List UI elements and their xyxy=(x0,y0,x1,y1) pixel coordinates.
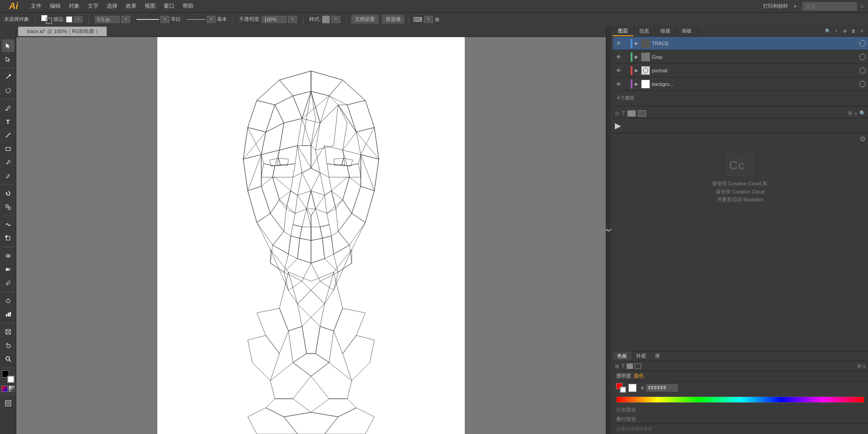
panel-menu-icon[interactable]: ≡ xyxy=(859,28,866,35)
document-tab[interactable]: trace.ai* @ 100% ( RGB/轮廓 ) xyxy=(18,27,107,36)
extra-dropdown[interactable]: ▾ xyxy=(424,16,433,23)
search-icon[interactable]: 🔍 xyxy=(859,110,866,116)
bw-mode-btn[interactable] xyxy=(9,386,15,392)
tool-gradient[interactable] xyxy=(2,263,14,276)
tool-pen[interactable] xyxy=(2,102,14,114)
print-preview-btn[interactable]: 叠印预览 xyxy=(613,415,868,424)
white-swatch[interactable] xyxy=(628,384,637,392)
fill-stroke-small[interactable] xyxy=(616,383,626,393)
tool-scale[interactable] xyxy=(2,201,14,213)
layer-target-trace[interactable] xyxy=(859,40,866,47)
layer-row-trace[interactable]: 👁 ▶ TRACE xyxy=(613,37,868,50)
fill-stroke-tool[interactable] xyxy=(2,370,14,383)
layer-expand-bg[interactable]: ▶ xyxy=(634,81,639,86)
basic-dropdown[interactable]: ▾ xyxy=(207,16,216,23)
tab-layers[interactable]: 图层 xyxy=(613,26,634,36)
menu-text[interactable]: 文字 xyxy=(84,1,102,11)
swatch-grid-icon[interactable]: ⊞ xyxy=(857,363,861,369)
tool-selection[interactable] xyxy=(2,39,14,52)
style-dropdown[interactable]: ▾ xyxy=(331,16,340,23)
tool-free-transform[interactable] xyxy=(2,232,14,245)
tool-pencil[interactable] xyxy=(2,156,14,169)
opacity-input[interactable] xyxy=(262,16,287,23)
panel-toggle-icon[interactable]: ≡ xyxy=(860,3,863,9)
layer-expand-trace[interactable]: ▶ xyxy=(634,41,639,46)
extra-icon1[interactable]: ⌨ xyxy=(413,16,422,23)
list-icon[interactable]: ≡ xyxy=(854,111,857,116)
menu-object[interactable]: 对象 xyxy=(65,1,83,11)
layer-eye-bg[interactable]: 👁 xyxy=(615,81,622,87)
stroke-dropdown[interactable]: ▾ xyxy=(121,16,130,23)
tool-magic-wand[interactable] xyxy=(2,71,14,83)
tab-links[interactable]: 链接 xyxy=(655,26,676,36)
layer-row-portrait[interactable]: 👁 ▶ portrait xyxy=(613,64,868,77)
stroke-icon[interactable] xyxy=(638,110,646,117)
tool-zoom[interactable] xyxy=(2,353,14,365)
menu-file[interactable]: 文件 xyxy=(27,1,45,11)
tool-slice[interactable] xyxy=(2,326,14,338)
cp-tab-appearance[interactable]: 外观 xyxy=(632,351,651,361)
swatch-list-icon[interactable]: ≡ xyxy=(863,363,866,369)
menu-select[interactable]: 选择 xyxy=(103,1,121,11)
panel-find-icon[interactable]: 🔍 xyxy=(824,28,831,35)
panel-del-icon[interactable]: 🗑 xyxy=(850,28,857,35)
tool-warp[interactable] xyxy=(2,218,14,231)
tool-shape-builder[interactable] xyxy=(2,250,14,262)
play-button[interactable]: ▶ xyxy=(615,121,621,131)
doc-settings-button[interactable]: 文档设置 xyxy=(351,14,379,24)
panel-arrange-icon[interactable]: ⊞ xyxy=(435,16,439,23)
swatch-T-icon[interactable]: T xyxy=(621,363,625,369)
panel-collapse-button[interactable]: ❯ xyxy=(606,26,612,434)
layer-eye-gray[interactable]: 👁 xyxy=(615,54,622,60)
tool-graph[interactable] xyxy=(2,308,14,321)
layer-row-background[interactable]: 👁 ▶ backgro... xyxy=(613,77,868,91)
tool-line[interactable] xyxy=(2,129,14,142)
panel-add-icon[interactable]: + xyxy=(833,28,840,35)
cp-tab-swatches[interactable]: 色板 xyxy=(613,351,632,361)
hex-color-input[interactable] xyxy=(646,384,678,392)
layer-expand-portrait[interactable]: ▶ xyxy=(634,68,639,73)
locate-icon[interactable]: ◎ xyxy=(615,110,619,116)
opacity-dropdown[interactable]: ▾ xyxy=(288,16,297,23)
search-input[interactable] xyxy=(802,2,857,10)
tool-type[interactable]: T xyxy=(2,115,14,128)
canvas-area[interactable] xyxy=(16,37,606,434)
tool-measure[interactable] xyxy=(2,294,14,307)
color-mode-btn[interactable] xyxy=(1,386,8,392)
tab-info[interactable]: 信息 xyxy=(634,26,655,36)
line-style-dropdown[interactable]: ▾ xyxy=(160,16,170,23)
stroke-color[interactable] xyxy=(66,16,72,23)
gear-icon[interactable]: ⚙ xyxy=(859,135,866,143)
stroke-none[interactable]: ▾ xyxy=(74,16,83,23)
tool-rectangle[interactable] xyxy=(2,142,14,155)
tab-artboard[interactable]: 画板 xyxy=(676,26,698,36)
tool-lasso[interactable] xyxy=(2,84,14,97)
cp-tab-library[interactable]: 库 xyxy=(651,351,665,361)
stroke-width-input[interactable] xyxy=(95,16,120,23)
menu-help[interactable]: 帮助 xyxy=(179,1,197,11)
swatch-border-icon[interactable] xyxy=(635,363,641,369)
layer-target-bg[interactable] xyxy=(859,81,866,87)
panel-move-icon[interactable]: ⊕ xyxy=(841,28,849,35)
layer-target-portrait[interactable] xyxy=(859,67,866,74)
rect-icon[interactable] xyxy=(627,110,636,117)
menu-view[interactable]: 视图 xyxy=(141,1,159,11)
menu-effect[interactable]: 效果 xyxy=(122,1,140,11)
layer-target-gray[interactable] xyxy=(859,54,866,60)
tool-brush[interactable] xyxy=(2,170,14,182)
tool-direct-selection[interactable] xyxy=(2,53,14,66)
tool-screen-mode[interactable] xyxy=(2,397,14,410)
menu-edit[interactable]: 编辑 xyxy=(46,1,64,11)
color-spectrum[interactable] xyxy=(616,396,864,403)
tool-rotate[interactable] xyxy=(2,187,14,200)
layer-row-gray[interactable]: 👁 ▶ Gray xyxy=(613,50,868,64)
layer-eye-trace[interactable]: 👁 xyxy=(615,41,622,46)
preferences-button[interactable]: 首选项 xyxy=(382,14,405,24)
menu-window[interactable]: 窗口 xyxy=(160,1,178,11)
swatch-add-icon[interactable]: ⊕ xyxy=(615,363,619,369)
style-swatch[interactable] xyxy=(322,15,330,24)
swatch-rect-icon[interactable] xyxy=(627,363,633,369)
tool-hand[interactable] xyxy=(2,339,14,352)
layer-eye-portrait[interactable]: 👁 xyxy=(615,68,622,73)
grid-icon[interactable]: ⊞ xyxy=(848,110,852,116)
